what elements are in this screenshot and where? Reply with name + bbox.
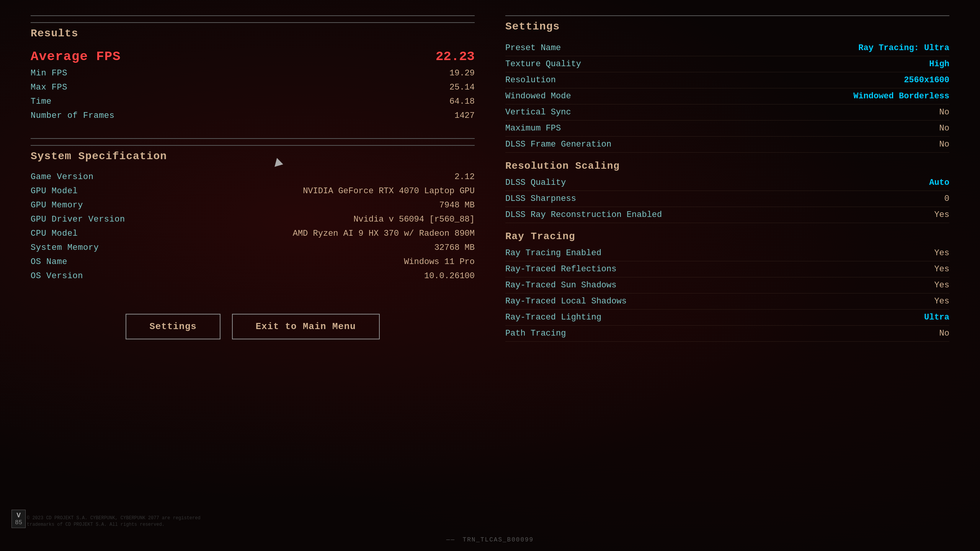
main-container: Results Average FPS 22.23 Min FPS 19.29 … <box>0 0 980 551</box>
min-fps-row: Min FPS 19.29 <box>31 66 475 80</box>
average-fps-value: 22.23 <box>436 49 475 64</box>
system-memory-row: System Memory 32768 MB <box>31 241 475 255</box>
min-fps-label: Min FPS <box>31 68 67 78</box>
windowed-mode-value: Windowed Borderless <box>853 91 949 101</box>
footer-bar: —— TRN_TLCAS_B00099 <box>0 536 980 543</box>
frames-row: Number of Frames 1427 <box>31 109 475 123</box>
time-row: Time 64.18 <box>31 95 475 109</box>
os-version-row: OS Version 10.0.26100 <box>31 269 475 283</box>
settings-button[interactable]: Settings <box>126 314 220 339</box>
vsync-label: Vertical Sync <box>505 108 571 117</box>
rt-sun-shadows-label: Ray-Traced Sun Shadows <box>505 280 616 290</box>
cpu-model-value: AMD Ryzen AI 9 HX 370 w/ Radeon 890M <box>293 229 475 238</box>
system-memory-value: 32768 MB <box>434 243 475 253</box>
rt-reflections-row: Ray-Traced Reflections Yes <box>505 261 949 277</box>
gpu-memory-value: 7948 MB <box>439 201 475 210</box>
rt-local-shadows-value: Yes <box>934 297 949 306</box>
system-spec-section: System Specification Game Version 2.12 G… <box>31 138 475 283</box>
min-fps-value: 19.29 <box>449 68 475 78</box>
cpu-model-label: CPU Model <box>31 229 78 238</box>
gpu-memory-row: GPU Memory 7948 MB <box>31 198 475 212</box>
settings-title: Settings <box>505 21 949 33</box>
dlss-ray-recon-label: DLSS Ray Reconstruction Enabled <box>505 210 662 220</box>
average-fps-label: Average FPS <box>31 49 121 64</box>
preset-name-row: Preset Name Ray Tracing: Ultra <box>505 40 949 56</box>
os-version-label: OS Version <box>31 271 83 281</box>
texture-quality-value: High <box>929 59 949 69</box>
rt-sun-shadows-row: Ray-Traced Sun Shadows Yes <box>505 277 949 293</box>
path-tracing-row: Path Tracing No <box>505 326 949 342</box>
gpu-model-row: GPU Model NVIDIA GeForce RTX 4070 Laptop… <box>31 184 475 198</box>
rt-enabled-value: Yes <box>934 248 949 258</box>
max-fps-value: 25.14 <box>449 83 475 92</box>
dlss-frame-gen-value: No <box>939 140 949 149</box>
rt-lighting-label: Ray-Traced Lighting <box>505 313 601 322</box>
gpu-model-label: GPU Model <box>31 186 78 196</box>
dlss-sharpness-label: DLSS Sharpness <box>505 194 576 204</box>
buttons-container: Settings Exit to Main Menu <box>31 314 475 339</box>
dlss-quality-value: Auto <box>929 178 949 187</box>
texture-quality-label: Texture Quality <box>505 59 581 69</box>
average-fps-row: Average FPS 22.23 <box>31 47 475 66</box>
footer-text: —— TRN_TLCAS_B00099 <box>446 536 534 543</box>
resolution-scaling-title: Resolution Scaling <box>505 160 949 172</box>
os-version-value: 10.0.26100 <box>424 271 475 281</box>
results-title: Results <box>31 28 475 39</box>
results-section: Results Average FPS 22.23 Min FPS 19.29 … <box>31 15 475 123</box>
windowed-mode-row: Windowed Mode Windowed Borderless <box>505 88 949 104</box>
rt-reflections-value: Yes <box>934 264 949 274</box>
path-tracing-value: No <box>939 329 949 338</box>
max-fps-label: Max FPS <box>31 83 67 92</box>
path-tracing-label: Path Tracing <box>505 329 566 338</box>
windowed-mode-label: Windowed Mode <box>505 91 571 101</box>
time-value: 64.18 <box>449 97 475 106</box>
exit-to-main-menu-button[interactable]: Exit to Main Menu <box>232 314 380 339</box>
dlss-sharpness-row: DLSS Sharpness 0 <box>505 191 949 207</box>
dlss-quality-row: DLSS Quality Auto <box>505 175 949 191</box>
rt-local-shadows-row: Ray-Traced Local Shadows Yes <box>505 293 949 310</box>
texture-quality-row: Texture Quality High <box>505 56 949 72</box>
version-number: 85 <box>15 519 22 526</box>
time-label: Time <box>31 97 52 106</box>
rt-enabled-row: Ray Tracing Enabled Yes <box>505 245 949 261</box>
rt-enabled-label: Ray Tracing Enabled <box>505 248 601 258</box>
rt-sun-shadows-value: Yes <box>934 280 949 290</box>
dlss-frame-gen-row: DLSS Frame Generation No <box>505 137 949 153</box>
system-spec-title: System Specification <box>31 150 475 162</box>
gpu-memory-label: GPU Memory <box>31 201 83 210</box>
gpu-driver-label: GPU Driver Version <box>31 215 125 224</box>
dlss-quality-label: DLSS Quality <box>505 178 566 187</box>
gpu-model-value: NVIDIA GeForce RTX 4070 Laptop GPU <box>303 186 475 196</box>
game-version-label: Game Version <box>31 172 93 182</box>
max-fps-row: Max FPS 25.14 <box>31 80 475 95</box>
small-text-block: © 2023 CD PROJEKT S.A. CYBERPUNK, CYBERP… <box>27 515 218 528</box>
dlss-ray-recon-row: DLSS Ray Reconstruction Enabled Yes <box>505 207 949 223</box>
gpu-driver-value: Nvidia v 56094 [r560_88] <box>353 215 475 224</box>
left-panel: Results Average FPS 22.23 Min FPS 19.29 … <box>31 15 475 536</box>
max-fps-value: No <box>939 124 949 133</box>
os-name-label: OS Name <box>31 257 67 267</box>
dlss-frame-gen-label: DLSS Frame Generation <box>505 140 611 149</box>
game-version-value: 2.12 <box>454 172 475 182</box>
frames-value: 1427 <box>454 111 475 121</box>
version-letter: V <box>16 512 21 519</box>
footer-id: TRN_TLCAS_B00099 <box>463 536 534 543</box>
rt-lighting-row: Ray-Traced Lighting Ultra <box>505 310 949 326</box>
vsync-value: No <box>939 108 949 117</box>
max-fps-label: Maximum FPS <box>505 124 561 133</box>
frames-label: Number of Frames <box>31 111 114 121</box>
rt-local-shadows-label: Ray-Traced Local Shadows <box>505 297 627 306</box>
resolution-value: 2560x1600 <box>904 75 949 85</box>
right-panel: Settings Preset Name Ray Tracing: Ultra … <box>505 15 949 536</box>
system-memory-label: System Memory <box>31 243 99 253</box>
vsync-row: Vertical Sync No <box>505 104 949 121</box>
dlss-ray-recon-value: Yes <box>934 210 949 220</box>
preset-name-value: Ray Tracing: Ultra <box>858 43 949 53</box>
preset-name-label: Preset Name <box>505 43 561 53</box>
dlss-sharpness-value: 0 <box>944 194 949 204</box>
ray-tracing-title: Ray Tracing <box>505 231 949 242</box>
resolution-label: Resolution <box>505 75 556 85</box>
max-fps-row: Maximum FPS No <box>505 121 949 137</box>
cpu-model-row: CPU Model AMD Ryzen AI 9 HX 370 w/ Radeo… <box>31 227 475 241</box>
version-badge: V 85 <box>11 510 26 528</box>
